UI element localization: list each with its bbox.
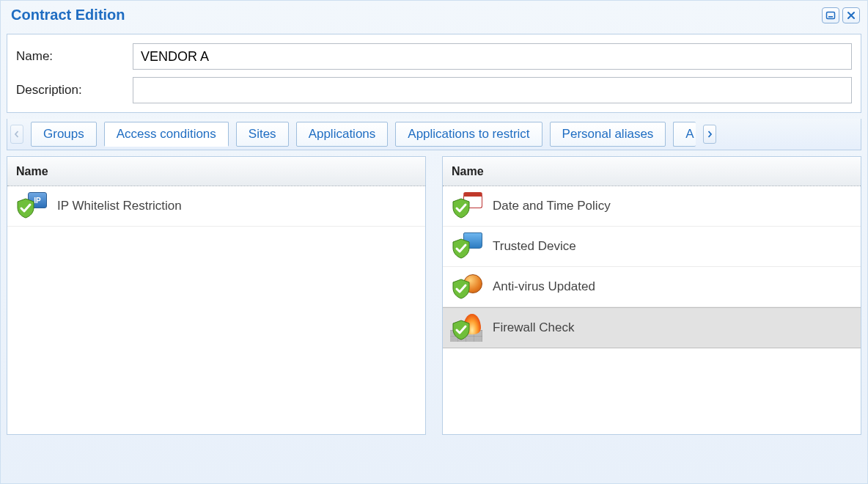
date-time-icon <box>450 192 482 220</box>
trusted-device-icon <box>450 232 482 260</box>
firewall-icon <box>450 314 482 342</box>
minimize-button[interactable] <box>822 7 839 23</box>
minimize-icon <box>825 11 836 20</box>
tab-personal-aliases[interactable]: Personal aliases <box>550 122 666 147</box>
list-item-label: Date and Time Policy <box>493 199 611 213</box>
shield-check-icon <box>452 238 471 259</box>
window-controls <box>822 7 860 23</box>
list-item[interactable]: Anti-virus Updated <box>443 267 861 307</box>
row-description: Description: <box>12 77 852 103</box>
right-list: Date and Time Policy Trusted Device <box>443 186 861 434</box>
shield-check-icon <box>452 198 471 219</box>
row-name: Name: <box>12 43 852 70</box>
tab-bar: Groups Access conditions Sites Applicati… <box>7 119 861 150</box>
svg-rect-1 <box>828 16 833 18</box>
titlebar: Contract Edition <box>1 1 867 28</box>
list-item-label: IP Whitelist Restriction <box>57 199 182 213</box>
list-item[interactable]: IP Whitelist Restriction <box>7 186 425 227</box>
tab-scroll-left[interactable] <box>10 125 23 144</box>
tab-applications[interactable]: Applications <box>296 122 389 147</box>
close-button[interactable] <box>842 7 860 23</box>
form-panel: Name: Description: <box>7 34 861 113</box>
chevron-right-icon <box>706 131 713 138</box>
list-item-label: Anti-virus Updated <box>493 279 595 294</box>
right-pane-header: Name <box>443 157 861 186</box>
list-item[interactable]: Date and Time Policy <box>443 186 861 227</box>
tab-groups[interactable]: Groups <box>31 122 97 147</box>
list-item-label: Trusted Device <box>493 239 576 254</box>
left-list: IP Whitelist Restriction <box>7 186 425 434</box>
right-pane: Name Date and Time Policy <box>442 156 861 435</box>
left-pane-header: Name <box>7 157 425 186</box>
list-item-label: Firewall Check <box>493 320 574 335</box>
shield-check-icon <box>16 198 35 219</box>
left-pane: Name IP Whitelist Restriction <box>7 156 426 435</box>
ip-whitelist-icon <box>15 192 47 220</box>
split-panes: Name IP Whitelist Restriction Name <box>7 156 861 435</box>
tab-sites[interactable]: Sites <box>236 122 289 147</box>
antivirus-icon <box>450 273 482 301</box>
name-label: Name: <box>12 49 133 64</box>
description-label: Description: <box>12 83 133 98</box>
chevron-left-icon <box>13 131 21 138</box>
tab-access-conditions[interactable]: Access conditions <box>104 122 229 147</box>
tab-overflow[interactable]: A <box>673 122 695 147</box>
svg-rect-0 <box>827 12 835 18</box>
window-title: Contract Edition <box>11 7 125 23</box>
tab-applications-to-restrict[interactable]: Applications to restrict <box>395 122 542 147</box>
shield-check-icon <box>452 279 471 299</box>
contract-edition-window: Contract Edition Name: Description: <box>0 0 868 484</box>
close-icon <box>847 11 856 20</box>
name-input[interactable] <box>133 43 852 70</box>
tab-scroll-right[interactable] <box>703 125 716 144</box>
shield-check-icon <box>452 320 471 340</box>
description-input[interactable] <box>133 77 852 103</box>
list-item[interactable]: Trusted Device <box>443 227 861 267</box>
list-item[interactable]: Firewall Check <box>443 307 861 348</box>
